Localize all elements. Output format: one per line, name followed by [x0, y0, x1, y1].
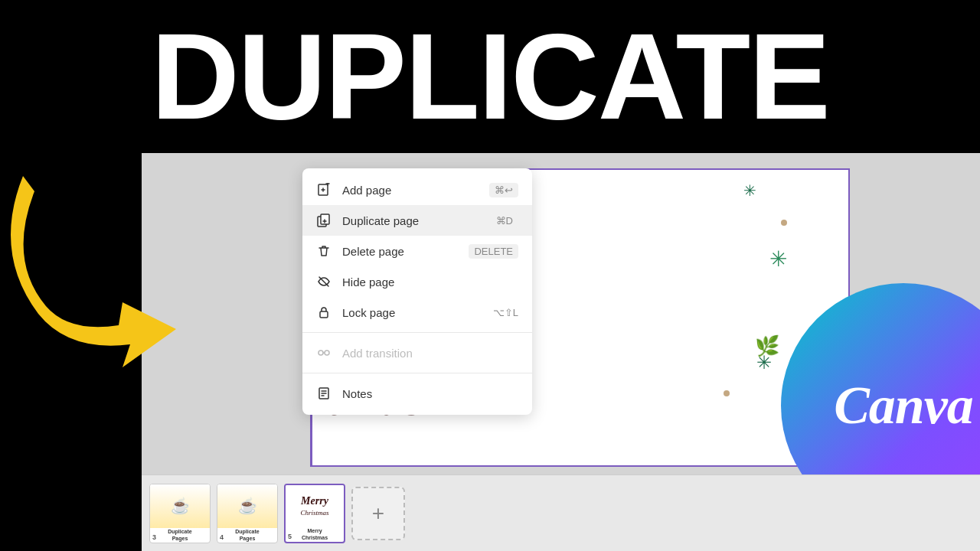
thumb-merry-text: Merry — [301, 495, 328, 507]
snowflake-icon-2: ✳ — [769, 246, 787, 272]
menu-item-duplicate-page[interactable]: Duplicate page ⌘D — [302, 205, 532, 236]
snowflake-icon-1: ✳ — [743, 181, 756, 200]
menu-divider-1 — [302, 332, 532, 333]
menu-item-delete-page[interactable]: Delete page DELETE — [302, 236, 532, 266]
dot-2 — [724, 390, 730, 396]
lock-icon — [316, 305, 332, 320]
thumb-emoji-4: ☕ — [238, 497, 257, 515]
duplicate-page-icon — [316, 213, 332, 228]
thumb-emoji-3: ☕ — [171, 497, 190, 515]
title-bar: DUPLICATE — [0, 0, 980, 153]
context-menu: Add page ⌘↩ Duplicate page ⌘D — [302, 168, 532, 415]
thumb-label-4: DuplicatePages — [217, 528, 277, 542]
menu-shortcut-lock-page: ⌥⇧L — [493, 307, 518, 318]
menu-item-hide-page[interactable]: Hide page — [302, 266, 532, 297]
main-title: DUPLICATE — [151, 6, 829, 147]
dot-1 — [781, 220, 787, 226]
menu-label-add-page: Add page — [342, 184, 391, 197]
menu-label-delete-page: Delete page — [342, 245, 404, 258]
thumbnail-page-5[interactable]: Merry Christmas MerryChristmas 5 — [284, 484, 345, 543]
thumb-label-3: DuplicatePages — [150, 528, 210, 542]
add-page-icon — [316, 182, 332, 197]
menu-label-add-transition: Add transition — [342, 347, 413, 360]
thumb-number-5: 5 — [288, 533, 292, 540]
thumb-christmas-text: Christmas — [300, 509, 328, 517]
notes-icon — [316, 386, 332, 401]
leaf-icon: 🌿 — [755, 334, 779, 358]
trash-icon — [316, 243, 332, 259]
transition-icon — [316, 345, 332, 360]
thumb-number-4: 4 — [220, 533, 224, 541]
canva-logo-text: Canva — [834, 375, 973, 436]
menu-shortcut-delete-page: DELETE — [469, 244, 518, 259]
menu-label-lock-page: Lock page — [342, 306, 395, 319]
menu-item-lock-page[interactable]: Lock page ⌥⇧L — [302, 297, 532, 328]
thumbnails-bar: ☕ DuplicatePages 3 ☕ DuplicatePages 4 Me… — [142, 474, 980, 551]
add-page-button[interactable]: + — [351, 487, 405, 540]
menu-label-hide-page: Hide page — [342, 276, 394, 289]
thumbnail-page-3[interactable]: ☕ DuplicatePages 3 — [149, 484, 211, 543]
thumb-number-3: 3 — [152, 533, 156, 541]
menu-label-notes: Notes — [342, 387, 372, 400]
menu-shortcut-add-page: ⌘↩ — [489, 183, 518, 197]
menu-item-add-page[interactable]: Add page ⌘↩ — [302, 174, 532, 205]
thumb-img-4: ☕ — [217, 484, 277, 529]
svg-point-12 — [325, 350, 329, 355]
menu-label-duplicate-page: Duplicate page — [342, 214, 419, 227]
add-page-icon-plus: + — [372, 501, 384, 526]
menu-shortcut-duplicate-page: ⌘D — [491, 214, 518, 228]
thumb-label-5: MerryChristmas — [286, 527, 344, 541]
svg-rect-10 — [320, 311, 328, 318]
menu-divider-2 — [302, 373, 532, 373]
thumb-img-5: Merry Christmas — [286, 485, 344, 528]
eye-hide-icon — [316, 274, 332, 289]
svg-point-11 — [318, 350, 323, 355]
menu-item-notes[interactable]: Notes — [302, 378, 532, 409]
menu-item-add-transition: Add transition — [302, 337, 532, 368]
thumb-img-3: ☕ — [150, 484, 210, 529]
yellow-arrow-icon — [0, 161, 306, 375]
thumbnail-page-4[interactable]: ☕ DuplicatePages 4 — [217, 484, 278, 543]
